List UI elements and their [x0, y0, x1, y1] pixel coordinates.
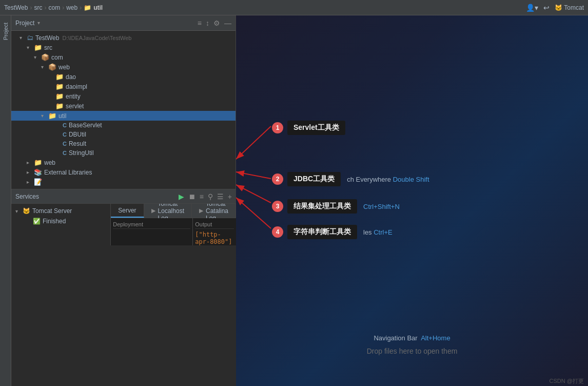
right-panel: 1 Servlet工具类 — [236, 15, 588, 386]
nav-text-area: Navigation Bar Alt+Home Drop files here … — [367, 334, 458, 355]
sidebar-tab-project[interactable]: Project — [2, 21, 10, 42]
tree-item-src[interactable]: ▾ 📁 src — [11, 43, 236, 52]
scratches-icon: 📝 — [34, 178, 42, 186]
callout-badge-4: 4 — [272, 226, 283, 238]
breadcrumb-web[interactable]: web — [66, 4, 77, 11]
panel-dropdown-icon[interactable]: ▾ — [37, 20, 40, 26]
services-body: ▾ 🐱 Tomcat Server ▸ ✅ Finished Server — [11, 204, 236, 245]
services-title: Services — [15, 193, 39, 200]
tree-item-com[interactable]: ▾ 📦 com — [11, 52, 236, 62]
collapse-button[interactable]: ≡ — [200, 192, 204, 201]
tree-item-util[interactable]: ▾ 📁 util — [11, 111, 236, 121]
src-icon: 📁 — [34, 44, 42, 51]
folder-icon-util: 📁 — [48, 112, 56, 120]
watermark: CSDN @打更 — [550, 377, 584, 385]
tomcat-label: 🐱 Tomcat — [555, 4, 584, 11]
callout-1: 1 Servlet工具类 — [272, 121, 345, 135]
tree-item-scratches[interactable]: ▸ 📝 — [11, 177, 236, 187]
tree-item-entity[interactable]: ▸ 📁 entity — [11, 91, 236, 101]
server-tabs-area: Server ▶ Tomcat Localhost Log ▶ Tomcat C… — [111, 204, 236, 245]
libraries-icon: 📚 — [34, 168, 42, 176]
callout-badge-1: 1 — [272, 122, 283, 133]
breadcrumb-util[interactable]: util — [93, 4, 103, 11]
callout-badge-3: 3 — [272, 201, 283, 212]
output-text: ["http-apr-8080"] — [195, 231, 234, 245]
panel-title-label: Project — [15, 20, 34, 27]
class-icon-stringutil: C — [63, 150, 67, 156]
left-sidebar-tab: Project — [0, 15, 11, 386]
callout-tooltip-1: Servlet工具类 — [287, 121, 345, 135]
project-tree: ▾ 🗂 TestWeb D:\IDEAJavaCode\TestWeb ▾ 📁 … — [11, 31, 236, 189]
callout-extra-4: les Ctrl+E — [363, 228, 393, 236]
close-panel-icon[interactable]: — — [224, 19, 231, 27]
callout-4: 4 字符串判断工具类 les Ctrl+E — [272, 225, 393, 239]
drop-files-text: Drop files here to open them — [367, 347, 458, 355]
finished-icon: ✅ — [33, 218, 41, 225]
filter-button[interactable]: ⚲ — [208, 192, 213, 201]
settings-button[interactable]: ☰ — [217, 192, 224, 201]
tree-item-dbutil[interactable]: ▸ C DBUtil — [11, 130, 236, 139]
tab-tomcat-catalina-log[interactable]: ▶ Tomcat Catalina Log — [192, 204, 236, 218]
tomcat-server-label: Tomcat Server — [32, 207, 72, 215]
callout-extra-3: Ctrl+Shift+N — [363, 203, 400, 210]
add-button[interactable]: + — [228, 192, 232, 201]
project-panel-wrapper: Project ▾ ≡ ↕ ⚙ — ▾ 🗂 TestWeb D — [11, 15, 236, 386]
services-toolbar: ▶ ⏹ ≡ ⚲ ☰ + — [179, 192, 232, 201]
breadcrumb-src[interactable]: src — [34, 4, 42, 11]
tab-server[interactable]: Server — [111, 204, 144, 218]
tree-item-result[interactable]: ▸ C Result — [11, 139, 236, 148]
folder-icon-web2: 📁 — [34, 159, 42, 166]
service-finished[interactable]: ▸ ✅ Finished — [11, 216, 110, 226]
folder-icon-dao: 📁 — [55, 73, 64, 81]
undo-icon[interactable]: ↩ — [543, 4, 550, 12]
tab-tomcat-localhost-log[interactable]: ▶ Tomcat Localhost Log — [144, 204, 192, 218]
breadcrumb: TestWeb › src › com › web › 📁 util — [4, 4, 523, 11]
log-icon-catalina: ▶ — [199, 207, 203, 214]
tab-server-label: Server — [118, 207, 136, 214]
tree-item-external-libraries[interactable]: ▸ 📚 External Libraries — [11, 167, 236, 177]
tree-item-testweb[interactable]: ▾ 🗂 TestWeb D:\IDEAJavaCode\TestWeb — [11, 33, 236, 43]
stop-button[interactable]: ⏹ — [188, 192, 195, 201]
settings-icon[interactable]: ⚙ — [213, 19, 220, 27]
panel-toolbar: ≡ ↕ ⚙ — — [198, 19, 231, 27]
tree-item-web[interactable]: ▾ 📦 web — [11, 62, 236, 72]
tree-item-daoimpl[interactable]: ▸ 📁 daoimpl — [11, 82, 236, 91]
top-bar: TestWeb › src › com › web › 📁 util 👤▾ ↩ … — [0, 0, 588, 15]
callout-extra-2: ch Everywhere Double Shift — [347, 176, 429, 183]
package-icon-com: 📦 — [41, 53, 49, 61]
service-tomcat[interactable]: ▾ 🐱 Tomcat Server — [11, 206, 110, 216]
breadcrumb-com[interactable]: com — [48, 4, 60, 11]
collapse-all-icon[interactable]: ≡ — [198, 19, 202, 27]
server-tab-bar: Server ▶ Tomcat Localhost Log ▶ Tomcat C… — [111, 204, 236, 218]
services-tree: ▾ 🐱 Tomcat Server ▸ ✅ Finished — [11, 204, 111, 245]
tree-item-dao[interactable]: ▸ 📁 dao — [11, 72, 236, 82]
tomcat-server-icon: 🐱 — [23, 207, 30, 215]
folder-icon-entity: 📁 — [55, 92, 64, 100]
deployment-column: Deployment — [111, 218, 193, 245]
callout-3: 3 结果集处理工具类 Ctrl+Shift+N — [272, 199, 400, 214]
output-column: Output ["http-apr-8080"] — [193, 218, 236, 245]
finished-label: Finished — [43, 218, 66, 225]
main-layout: Project Project ▾ ≡ ↕ ⚙ — — [0, 15, 588, 386]
callout-tooltip-2: JDBC工具类 — [287, 172, 341, 186]
output-header: Output — [195, 220, 234, 229]
package-icon-web: 📦 — [48, 63, 56, 71]
tree-item-baseservlet[interactable]: ▸ C BaseServlet — [11, 121, 236, 130]
callout-2: 2 JDBC工具类 ch Everywhere Double Shift — [272, 172, 429, 186]
user-icon[interactable]: 👤▾ — [526, 4, 538, 12]
breadcrumb-testweb[interactable]: TestWeb — [4, 4, 28, 11]
tree-item-web2[interactable]: ▸ 📁 web — [11, 158, 236, 167]
top-bar-right: 👤▾ ↩ 🐱 Tomcat — [526, 4, 584, 12]
nav-hotkey: Alt+Home — [421, 334, 450, 342]
panel-header: Project ▾ ≡ ↕ ⚙ — — [11, 15, 236, 31]
services-panel: Services ▶ ⏹ ≡ ⚲ ☰ + ▾ 🐱 Tomcat Server — [11, 189, 236, 245]
panel-title: Project ▾ — [15, 20, 40, 27]
callout-badge-2: 2 — [272, 173, 283, 185]
sort-icon[interactable]: ↕ — [206, 19, 209, 27]
editor-area: 1 Servlet工具类 — [236, 15, 588, 386]
class-icon-dbutil: C — [63, 131, 67, 138]
tree-item-servlet[interactable]: ▸ 📁 servlet — [11, 101, 236, 111]
tree-item-stringutil[interactable]: ▸ C StringUtil — [11, 148, 236, 158]
play-button[interactable]: ▶ — [179, 192, 184, 201]
class-icon-result: C — [63, 141, 67, 147]
